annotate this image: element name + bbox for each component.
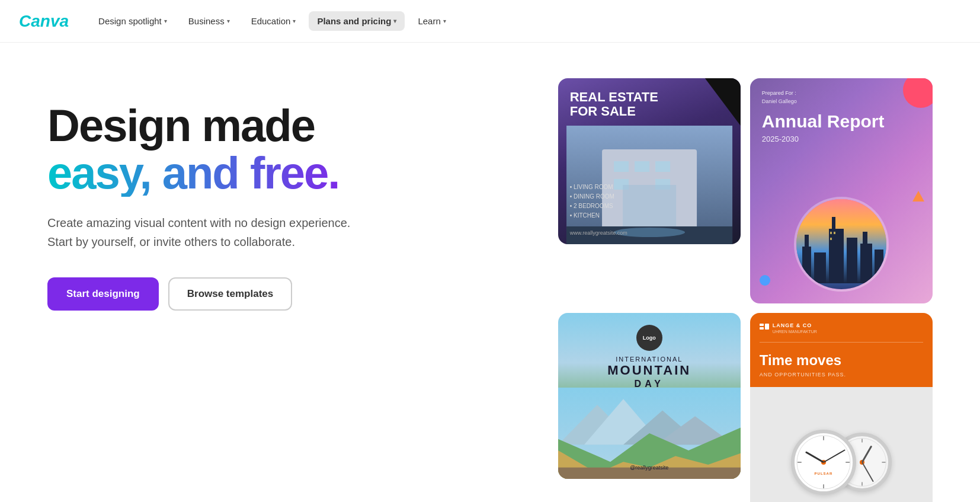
mountain-handle: @reallygreatsite [630,465,668,471]
nav-item-design-spotlight[interactable]: Design spotlight ▾ [90,11,175,31]
brand-logo-icon [760,324,769,333]
nav-item-plans-pricing[interactable]: Plans and pricing ▾ [309,11,405,31]
nav-links: Design spotlight ▾ Business ▾ Education … [90,11,961,31]
template-cards-grid: REAL ESTATE FOR SALE [534,78,933,502]
svg-rect-16 [847,238,857,283]
chevron-down-icon: ▾ [393,18,396,24]
browse-templates-button[interactable]: Browse templates [168,277,293,311]
template-card-time-moves[interactable]: LANGE & CO UHREN MANUFAKTUR Time moves A… [750,313,933,502]
chevron-down-icon: ▾ [443,18,446,24]
mountain-line1: INTERNATIONAL [616,356,683,363]
hero-buttons: Start designing Browse templates [47,277,534,311]
nav-label-plans-pricing: Plans and pricing [317,16,391,26]
svg-rect-4 [655,161,670,172]
nav-item-business[interactable]: Business ▾ [180,11,238,31]
svg-rect-22 [830,238,832,240]
template-card-mountain-day[interactable]: Logo INTERNATIONAL MOUNTAIN DAY Gift a t… [558,313,741,479]
decorative-orange-triangle [912,191,924,202]
svg-rect-33 [765,324,769,330]
nav-label-learn: Learn [418,16,440,26]
svg-rect-17 [860,244,872,283]
time-moves-title: Time moves [760,352,923,369]
canva-logo[interactable]: Canva [19,12,69,31]
annual-report-years: 2025-2030 [762,135,921,143]
nav-label-business: Business [188,16,225,26]
clocks-area: PULSAR [750,387,933,502]
clock-1: PULSAR [791,430,856,495]
svg-rect-31 [760,324,764,326]
svg-rect-20 [830,232,832,234]
nav-label-education: Education [251,16,291,26]
nav-item-education[interactable]: Education ▾ [243,11,305,31]
nav-item-learn[interactable]: Learn ▾ [409,11,454,31]
navigation: Canva Design spotlight ▾ Business ▾ Educ… [0,0,980,43]
time-brand-name: LANGE & CO UHREN MANUFAKTUR [773,322,817,334]
chevron-down-icon: ▾ [164,18,167,24]
svg-rect-2 [614,161,629,172]
svg-rect-15 [832,217,835,230]
svg-rect-11 [802,247,811,283]
hero-text: Design made easy, and free. Create amazi… [47,78,534,311]
real-estate-website: www.reallygreatsite.com [570,230,627,236]
chevron-down-icon: ▾ [293,18,296,24]
nav-label-design-spotlight: Design spotlight [98,16,162,26]
hero-title-line1: Design made [47,102,534,149]
city-circle-illustration [794,197,889,292]
hero-subtitle: Create amazing visual content with no de… [47,213,356,251]
svg-point-34 [797,436,850,489]
svg-rect-3 [635,161,649,172]
svg-rect-18 [863,232,867,245]
mountain-logo-circle: Logo [636,325,662,351]
hero-section: Design made easy, and free. Create amazi… [0,43,980,502]
start-designing-button[interactable]: Start designing [47,277,159,311]
time-card-header: LANGE & CO UHREN MANUFAKTUR Time moves A… [750,313,933,387]
annual-report-prep: Prepared For : [762,90,921,96]
svg-rect-12 [805,235,809,248]
svg-rect-13 [814,252,826,283]
annual-report-title: Annual Report [762,111,921,131]
svg-rect-21 [834,232,835,234]
svg-rect-14 [829,229,844,283]
mountain-title: MOUNTAIN DAY [607,363,691,390]
decorative-blue-dot [760,275,770,286]
svg-rect-32 [760,327,764,330]
hero-title-line2: easy, and free. [47,149,534,197]
template-card-real-estate[interactable]: REAL ESTATE FOR SALE [558,78,741,244]
template-card-annual-report[interactable]: Prepared For : Daniel Gallego Annual Rep… [750,78,933,303]
annual-report-name: Daniel Gallego [762,98,921,104]
svg-rect-19 [875,250,883,283]
real-estate-details: • LIVING ROOM • DINING ROOM • 2 BEDROOMS… [570,183,614,220]
real-estate-title: REAL ESTATE FOR SALE [570,90,729,119]
chevron-down-icon: ▾ [227,18,230,24]
time-moves-subtitle: AND OPPORTUNITIES PASS. [760,372,923,378]
